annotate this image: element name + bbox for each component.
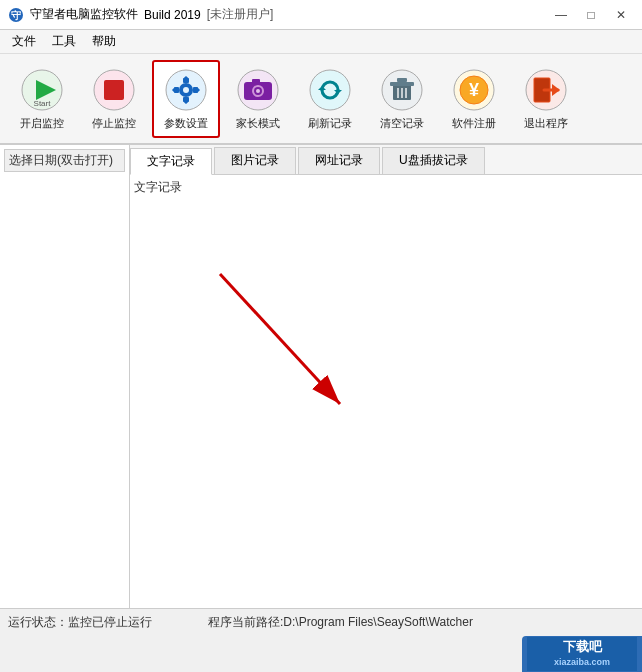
title-bar-controls: — □ ✕ (548, 5, 634, 25)
user-status: [未注册用户] (207, 6, 274, 23)
build-version: Build 2019 (144, 8, 201, 22)
text-record-label: 文字记录 (134, 180, 182, 194)
app-icon: 守 (8, 7, 24, 23)
menu-help[interactable]: 帮助 (84, 30, 124, 53)
toolbar: Start 开启监控 停止监控 (0, 54, 642, 144)
tab-usb[interactable]: U盘插拔记录 (382, 147, 485, 174)
title-bar: 守 守望者电脑监控软件 Build 2019 [未注册用户] — □ ✕ (0, 0, 642, 30)
run-status: 运行状态：监控已停止运行 (8, 614, 208, 631)
menu-file[interactable]: 文件 (4, 30, 44, 53)
right-panel: 文字记录 图片记录 网址记录 U盘插拔记录 文字记录 (130, 144, 642, 608)
svg-rect-6 (104, 80, 124, 100)
toolbar-clear-button[interactable]: 清空记录 (368, 60, 436, 138)
stop-icon (91, 67, 137, 113)
svg-rect-23 (252, 79, 260, 83)
date-selector-header[interactable]: 选择日期(双击打开) (4, 149, 125, 172)
svg-point-9 (183, 87, 189, 93)
toolbar-settings-button[interactable]: 参数设置 (152, 60, 220, 138)
refresh-icon (307, 67, 353, 113)
svg-text:xiazaiba.com: xiazaiba.com (554, 657, 610, 667)
toolbar-refresh-button[interactable]: 刷新记录 (296, 60, 364, 138)
close-button[interactable]: ✕ (608, 5, 634, 25)
parent-icon (235, 67, 281, 113)
menu-bar: 文件 工具 帮助 (0, 30, 642, 54)
toolbar-exit-button[interactable]: 退出程序 (512, 60, 580, 138)
parent-label: 家长模式 (236, 117, 280, 130)
svg-point-22 (256, 89, 260, 93)
exit-label: 退出程序 (524, 117, 568, 130)
menu-tools[interactable]: 工具 (44, 30, 84, 53)
left-panel: 选择日期(双击打开) (0, 144, 130, 608)
svg-text:守: 守 (11, 10, 21, 21)
main-area: 选择日期(双击打开) 文字记录 图片记录 网址记录 U盘插拔记录 文字记录 (0, 144, 642, 608)
tab-text[interactable]: 文字记录 (130, 148, 212, 175)
maximize-button[interactable]: □ (578, 5, 604, 25)
svg-text:Start: Start (34, 99, 52, 108)
toolbar-stop-button[interactable]: 停止监控 (80, 60, 148, 138)
program-path: 程序当前路径:D:\Program Files\SeaySoft\Watcher (208, 614, 634, 631)
svg-rect-29 (390, 82, 414, 86)
app-title: 守望者电脑监控软件 (30, 6, 138, 23)
title-bar-left: 守 守望者电脑监控软件 Build 2019 [未注册用户] (8, 6, 273, 23)
start-label: 开启监控 (20, 117, 64, 130)
start-icon: Start (19, 67, 65, 113)
register-icon: ¥ (451, 67, 497, 113)
settings-label: 参数设置 (164, 117, 208, 130)
toolbar-register-button[interactable]: ¥ 软件注册 (440, 60, 508, 138)
tab-url[interactable]: 网址记录 (298, 147, 380, 174)
svg-point-24 (310, 70, 350, 110)
refresh-label: 刷新记录 (308, 117, 352, 130)
toolbar-parent-button[interactable]: 家长模式 (224, 60, 292, 138)
svg-text:¥: ¥ (469, 80, 479, 100)
clear-label: 清空记录 (380, 117, 424, 130)
minimize-button[interactable]: — (548, 5, 574, 25)
clear-icon (379, 67, 425, 113)
tab-content-text: 文字记录 (130, 175, 642, 608)
status-bar: 运行状态：监控已停止运行 程序当前路径:D:\Program Files\Sea… (0, 608, 642, 636)
settings-icon (163, 67, 209, 113)
stop-label: 停止监控 (92, 117, 136, 130)
toolbar-start-button[interactable]: Start 开启监控 (8, 60, 76, 138)
watermark: 下载吧 xiazaiba.com (522, 636, 642, 672)
exit-icon (523, 67, 569, 113)
register-label: 软件注册 (452, 117, 496, 130)
svg-rect-30 (397, 78, 407, 82)
svg-text:下载吧: 下载吧 (563, 639, 603, 654)
tab-bar: 文字记录 图片记录 网址记录 U盘插拔记录 (130, 145, 642, 175)
tab-image[interactable]: 图片记录 (214, 147, 296, 174)
